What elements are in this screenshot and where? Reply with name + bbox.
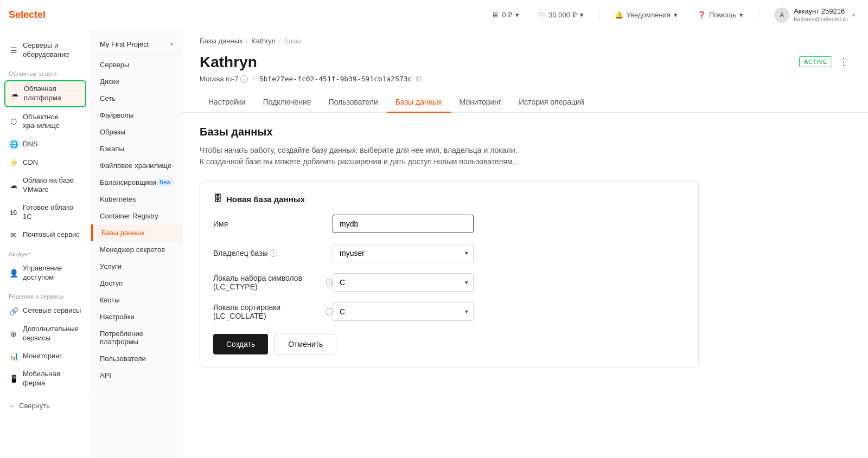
sec-sidebar-item-users[interactable]: Пользователи xyxy=(91,350,182,367)
logo[interactable]: Selectel xyxy=(9,9,46,21)
sec-sidebar-kubernetes-label: Kubernetes xyxy=(100,195,136,203)
logo-text: Selectel xyxy=(9,9,46,21)
sec-sidebar-item-firewalls[interactable]: Файрволы xyxy=(91,107,182,124)
new-badge: New xyxy=(157,179,173,186)
balance-dropdown-icon: ▾ xyxy=(515,11,519,19)
account-block[interactable]: A Аккаунт 259216 balbaev@selectel.ru ▾ xyxy=(770,5,859,25)
sec-sidebar-item-secrets-manager[interactable]: Менеджер секретов xyxy=(91,241,182,258)
notifications-dropdown-icon: ▾ xyxy=(674,11,678,19)
owner-select[interactable]: myuser xyxy=(333,244,474,262)
main-layout: ☰ Серверы и оборудование Облачные услуги… xyxy=(0,30,868,458)
monitoring-icon: 📊 xyxy=(9,351,18,361)
sec-sidebar-firewalls-label: Файрволы xyxy=(100,111,133,119)
tab-history[interactable]: История операций xyxy=(510,92,593,113)
user-icon: 👤 xyxy=(9,268,18,278)
section-description: Чтобы начать работу, создайте базу данны… xyxy=(200,145,851,167)
sec-sidebar-item-api[interactable]: API xyxy=(91,367,182,384)
owner-select-wrapper: myuser ▾ xyxy=(333,244,474,262)
sec-sidebar-services-label: Услуги xyxy=(100,262,122,270)
sec-sidebar-item-platform-consumption[interactable]: Потребление платформы xyxy=(91,325,182,350)
network-icon: 🔗 xyxy=(9,306,18,316)
sec-sidebar-item-container-registry[interactable]: Container Registry xyxy=(91,208,182,224)
cdn-icon: ⚡ xyxy=(9,158,18,167)
page-title-block: Kathryn Москва ru-7 i • 5bfe27ee-fc02-45… xyxy=(200,54,422,83)
account-name: Аккаунт 259216 xyxy=(794,7,848,16)
sidebar-item-1c[interactable]: 1С Готовое облако 1С xyxy=(0,199,91,226)
collapse-arrow-icon: ← xyxy=(9,402,16,410)
sidebar-item-cloud-platform-label: Облачная платформа xyxy=(24,85,81,103)
sec-sidebar-item-quotas[interactable]: Квоты xyxy=(91,292,182,308)
sec-sidebar-item-settings[interactable]: Настройки xyxy=(91,308,182,325)
sidebar-item-dns-label: DNS xyxy=(23,140,37,149)
bonus-block[interactable]: ♡ 30 000 ₽ ▾ xyxy=(534,9,588,21)
name-input[interactable] xyxy=(333,215,474,233)
sec-sidebar-item-databases[interactable]: Базы данных xyxy=(91,224,182,241)
tab-databases[interactable]: Базы данных xyxy=(387,92,451,113)
form-actions: Создать Отменить xyxy=(213,334,685,354)
tab-monitoring[interactable]: Мониторинг xyxy=(451,92,510,113)
sidebar-item-vmware[interactable]: ☁ Облако на базе VMware xyxy=(0,172,91,199)
lc-ctype-help-icon[interactable]: i xyxy=(326,279,333,286)
sec-sidebar-item-images[interactable]: Образы xyxy=(91,124,182,140)
header: Selectel 🖥 0 ₽ ▾ ♡ 30 000 ₽ ▾ 🔔 Уведомле… xyxy=(0,0,868,30)
collapse-sidebar-button[interactable]: ← Свернуть xyxy=(0,397,91,414)
form-card-title: 🗄 Новая база данных xyxy=(213,194,685,204)
tab-settings[interactable]: Настройки xyxy=(200,92,254,113)
sec-sidebar-item-access[interactable]: Доступ xyxy=(91,275,182,292)
more-options-button[interactable]: ⋮ xyxy=(837,54,851,70)
sidebar-item-cloud-platform[interactable]: ☁ Облачная платформа xyxy=(4,80,86,107)
section-desc-line2: К созданной базе вы можете добавить расш… xyxy=(200,157,515,166)
database-icon: 🗄 xyxy=(213,194,222,204)
lc-collate-label-text: Локаль сортировки (LC_COLLATE) xyxy=(213,303,323,320)
sec-sidebar-databases-label: Базы данных xyxy=(101,229,145,237)
owner-help-icon[interactable]: i xyxy=(270,249,277,257)
sec-sidebar-item-services[interactable]: Услуги xyxy=(91,258,182,275)
form-row-name: Имя xyxy=(213,215,685,233)
balance-block[interactable]: 🖥 0 ₽ ▾ xyxy=(487,9,524,21)
sec-sidebar-item-file-storage[interactable]: Файловое хранилище xyxy=(91,157,182,174)
lc-ctype-select[interactable]: C xyxy=(333,273,474,292)
sidebar-item-1c-label: Готовое облако 1С xyxy=(23,203,82,222)
tab-history-label: История операций xyxy=(519,98,584,106)
breadcrumb-kathryn[interactable]: Kathryn xyxy=(251,37,276,45)
lc-collate-select[interactable]: C xyxy=(333,302,474,321)
sidebar-item-network-services[interactable]: 🔗 Сетевые сервисы xyxy=(0,302,91,320)
sidebar-item-servers[interactable]: ☰ Серверы и оборудование xyxy=(0,37,91,64)
page-header: Kathryn Москва ru-7 i • 5bfe27ee-fc02-45… xyxy=(182,45,868,83)
sec-sidebar-item-servers[interactable]: Серверы xyxy=(91,56,182,73)
additional-icon: ⊕ xyxy=(9,329,18,339)
sec-sidebar-item-disks[interactable]: Диски xyxy=(91,73,182,90)
sidebar-item-mobile-farm[interactable]: 📱 Мобильная ферма xyxy=(0,365,91,392)
help-block[interactable]: ❓ Помощь ▾ xyxy=(693,9,748,21)
sidebar-item-monitoring[interactable]: 📊 Мониторинг xyxy=(0,347,91,365)
section-title: Базы данных xyxy=(200,126,851,138)
lc-collate-help-icon[interactable]: i xyxy=(326,308,333,315)
tab-connection[interactable]: Подключение xyxy=(254,92,320,113)
cancel-button[interactable]: Отменить xyxy=(275,334,336,354)
mobile-icon: 📱 xyxy=(9,374,18,384)
project-selector[interactable]: My First Project ▾ xyxy=(91,35,182,54)
lc-ctype-label-text: Локаль набора символов (LC_CTYPE) xyxy=(213,274,324,291)
sidebar-item-mobile-farm-label: Мобильная ферма xyxy=(23,370,82,388)
breadcrumb-databases[interactable]: Базы данных xyxy=(200,37,243,45)
sidebar-item-object-storage[interactable]: ⬡ Объектное хранилище xyxy=(0,108,91,136)
sidebar-item-additional-services[interactable]: ⊕ Дополнительные сервисы xyxy=(0,320,91,347)
breadcrumb-sep-2: / xyxy=(279,37,281,45)
sec-sidebar-item-load-balancers[interactable]: Балансировщики New xyxy=(91,174,182,191)
sec-sidebar-item-kubernetes[interactable]: Kubernetes xyxy=(91,191,182,208)
bonus-dropdown-icon: ▾ xyxy=(580,11,584,19)
balance-amount: 0 ₽ xyxy=(502,11,512,19)
sidebar-item-dns[interactable]: 🌐 DNS xyxy=(0,135,91,153)
bell-icon: 🔔 xyxy=(615,11,623,19)
sidebar-item-cdn[interactable]: ⚡ CDN xyxy=(0,153,91,172)
sidebar-item-access-mgmt[interactable]: 👤 Управление доступом xyxy=(0,260,91,287)
create-button[interactable]: Создать xyxy=(213,334,268,354)
sec-sidebar-item-backups[interactable]: Бэкапы xyxy=(91,140,182,157)
notifications-block[interactable]: 🔔 Уведомления ▾ xyxy=(610,9,682,21)
tab-users[interactable]: Пользователи xyxy=(320,92,386,113)
location-info-icon[interactable]: i xyxy=(240,75,248,83)
copy-icon[interactable]: ⧉ xyxy=(416,74,422,83)
dns-icon: 🌐 xyxy=(9,139,18,149)
sec-sidebar-item-network[interactable]: Сеть xyxy=(91,90,182,107)
sidebar-item-mail[interactable]: ✉ Почтовый сервис xyxy=(0,226,91,244)
